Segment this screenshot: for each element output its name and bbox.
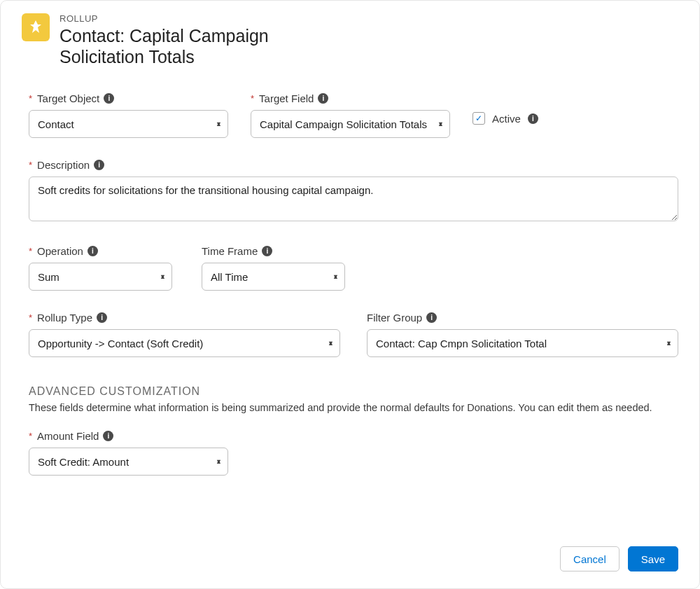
target-field-select[interactable]: Capital Campaign Solicitation Totals ▲▼ xyxy=(251,110,450,138)
info-icon[interactable]: i xyxy=(94,160,104,170)
advanced-section: ADVANCED CUSTOMIZATION These fields dete… xyxy=(29,385,678,476)
filter-group-group: Filter Group i Contact: Cap Cmpn Solicit… xyxy=(367,312,678,357)
description-label: Description xyxy=(37,159,90,171)
page-title: Contact: Capital Campaign Solicitation T… xyxy=(59,25,340,67)
operation-select[interactable]: Sum ▲▼ xyxy=(29,263,172,291)
active-checkbox[interactable]: ✓ xyxy=(472,112,485,125)
info-icon[interactable]: i xyxy=(88,246,98,256)
target-object-value: Contact xyxy=(38,118,74,130)
info-icon[interactable]: i xyxy=(262,246,272,256)
amount-field-select[interactable]: Soft Credit: Amount ▲▼ xyxy=(29,448,228,476)
info-icon[interactable]: i xyxy=(103,431,113,441)
active-group: ✓ Active i xyxy=(472,112,538,125)
target-field-label: Target Field xyxy=(259,92,314,104)
amount-field-value: Soft Credit: Amount xyxy=(38,456,129,468)
active-label: Active xyxy=(492,113,521,125)
advanced-title: ADVANCED CUSTOMIZATION xyxy=(29,385,678,398)
operation-label: Operation xyxy=(37,245,83,257)
amount-field-group: * Amount Field i Soft Credit: Amount ▲▼ xyxy=(29,430,678,476)
info-icon[interactable]: i xyxy=(426,312,437,323)
filter-group-value: Contact: Cap Cmpn Solicitation Total xyxy=(376,338,547,349)
timeframe-value: All Time xyxy=(211,271,248,283)
header-eyebrow: ROLLUP xyxy=(59,13,340,24)
operation-group: * Operation i Sum ▲▼ xyxy=(29,245,172,291)
save-button[interactable]: Save xyxy=(628,546,678,571)
target-object-label: Target Object xyxy=(37,92,99,104)
rollup-modal: ROLLUP Contact: Capital Campaign Solicit… xyxy=(0,0,700,589)
target-object-group: * Target Object i Contact ▲▼ xyxy=(29,92,228,138)
rollup-type-select[interactable]: Opportunity -> Contact (Soft Credit) ▲▼ xyxy=(29,329,340,357)
filter-group-select[interactable]: Contact: Cap Cmpn Solicitation Total ▲▼ xyxy=(367,329,678,357)
description-group: * Description i xyxy=(29,159,678,221)
description-textarea[interactable] xyxy=(29,176,678,221)
timeframe-select[interactable]: All Time ▲▼ xyxy=(202,263,345,291)
required-marker: * xyxy=(29,431,32,441)
modal-header: ROLLUP Contact: Capital Campaign Solicit… xyxy=(22,13,678,67)
rollup-type-value: Opportunity -> Contact (Soft Credit) xyxy=(38,338,203,349)
advanced-desc: These fields determine what information … xyxy=(29,402,678,413)
timeframe-group: Time Frame i All Time ▲▼ xyxy=(202,245,345,291)
required-marker: * xyxy=(29,246,32,256)
info-icon[interactable]: i xyxy=(318,93,328,104)
target-field-group: * Target Field i Capital Campaign Solici… xyxy=(251,92,450,138)
rollup-type-label: Rollup Type xyxy=(37,312,92,324)
required-marker: * xyxy=(29,93,32,104)
amount-field-label: Amount Field xyxy=(37,430,99,442)
required-marker: * xyxy=(29,160,32,170)
info-icon[interactable]: i xyxy=(97,312,107,323)
rollup-type-group: * Rollup Type i Opportunity -> Contact (… xyxy=(29,312,340,357)
filter-group-label: Filter Group xyxy=(367,312,422,324)
target-field-value: Capital Campaign Solicitation Totals xyxy=(260,118,427,130)
target-object-select[interactable]: Contact ▲▼ xyxy=(29,110,228,138)
rollup-icon xyxy=(22,13,50,41)
timeframe-label: Time Frame xyxy=(202,245,258,257)
required-marker: * xyxy=(251,93,254,104)
cancel-button[interactable]: Cancel xyxy=(560,546,620,571)
operation-value: Sum xyxy=(38,271,59,283)
modal-footer: Cancel Save xyxy=(560,546,678,571)
info-icon[interactable]: i xyxy=(104,93,114,104)
info-icon[interactable]: i xyxy=(528,113,538,124)
required-marker: * xyxy=(29,312,32,323)
header-text: ROLLUP Contact: Capital Campaign Solicit… xyxy=(59,13,340,67)
